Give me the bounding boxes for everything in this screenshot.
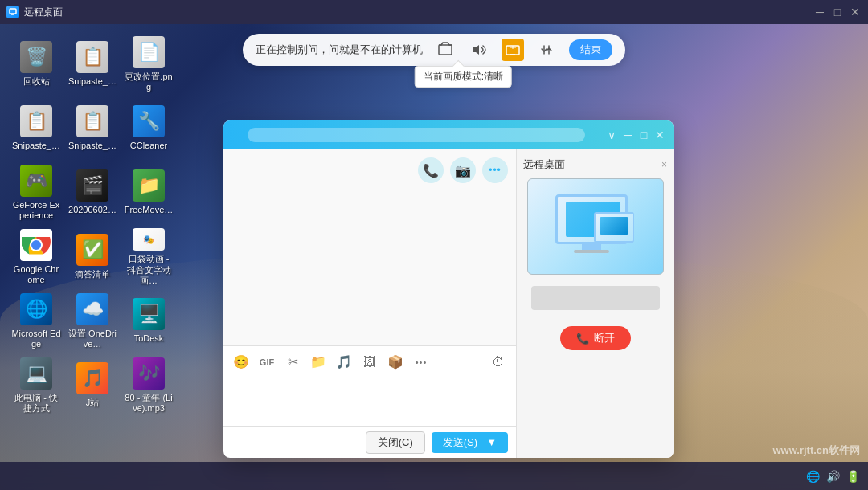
emoji-icon[interactable]: 😊	[230, 351, 252, 374]
chat-dropdown-btn[interactable]: ∨	[606, 129, 617, 141]
right-tab-label: 远程桌面	[523, 157, 565, 172]
blurred-remote-info	[531, 286, 660, 310]
title-bar-controls: ─ □ ✕	[813, 6, 862, 18]
remote-toolbar: 正在控制别问，问就是不在的计算机	[243, 34, 625, 66]
image-icon[interactable]: 🖼	[358, 351, 381, 374]
end-button[interactable]: 结束	[569, 39, 612, 60]
desktop-icon-freemove[interactable]: 📁 FreeMove…	[121, 161, 177, 225]
snipaste1-icon: 📋	[76, 41, 108, 73]
desktop-icon-video[interactable]: 🎬 20200602…	[64, 161, 121, 225]
desktop-icon-jzhan[interactable]: 🎵 J站	[64, 353, 121, 418]
app-icon	[6, 6, 19, 18]
more-tools-icon[interactable]	[535, 39, 558, 61]
network-icon: 🌐	[806, 470, 820, 483]
icon-row-2: 📋 Snipaste_… 📋 Snipaste_… 🔧 CCleaner	[8, 96, 177, 161]
disconnect-label: 断开	[594, 331, 615, 345]
send-arrow-icon[interactable]: ▼	[481, 436, 497, 448]
desktop-icon-edge[interactable]: 🌐 Microsoft Edge	[8, 289, 64, 353]
svg-rect-0	[10, 9, 16, 14]
pocket-label: 口袋动画 - 抖音文字动画…	[124, 254, 174, 286]
chat-minimize-btn[interactable]: ─	[622, 129, 633, 141]
thispc-icon: 💻	[20, 357, 52, 390]
gif-icon[interactable]: GIF	[256, 351, 278, 374]
close-chat-button[interactable]: 关闭(C)	[366, 431, 425, 454]
desktop-icon-thispc[interactable]: 💻 此电脑 - 快捷方式	[8, 353, 64, 418]
chat-window: ∨ ─ □ ✕ 📞 📷 ••• 😊 GIF	[223, 120, 674, 458]
video-icon: 🎬	[76, 169, 108, 202]
title-bar-text: 远程桌面	[24, 6, 813, 19]
ccleaner-label: CCleaner	[130, 141, 167, 151]
package-icon[interactable]: 📦	[384, 351, 407, 374]
geforce-icon: 🎮	[20, 165, 52, 197]
snipaste3-label: Snipaste_…	[68, 141, 117, 151]
chat-icons-row: 📞 📷 •••	[418, 157, 508, 183]
disconnect-button[interactable]: 📞 断开	[560, 326, 631, 350]
desktop-icon-snipaste2[interactable]: 📋 Snipaste_…	[8, 96, 64, 161]
music-label: 80 - 童年 (Live).mp3	[124, 393, 174, 414]
recycle-icon: 🗑️	[20, 41, 52, 73]
chat-input-area	[223, 378, 516, 426]
monitor-icon	[555, 194, 636, 259]
chat-main: 📞 📷 ••• 😊 GIF ✂ 📁 🎵 🖼 📦 ••• ⏱	[223, 149, 517, 458]
speaker-icon: 🔊	[826, 470, 840, 483]
desktop-icon-location[interactable]: 📄 更改位置.png	[121, 32, 177, 96]
quality-tooltip: 当前画质模式:清晰	[415, 66, 512, 88]
desktop-icon-snipaste3[interactable]: 📋 Snipaste_…	[64, 96, 121, 161]
more-tools-btn[interactable]: •••	[410, 351, 432, 374]
quality-icon[interactable]	[502, 39, 524, 61]
desktop-icon-music[interactable]: 🎶 80 - 童年 (Live).mp3	[121, 353, 177, 418]
chat-contact-area: 📞 📷 •••	[223, 149, 516, 345]
chat-titlebar: ∨ ─ □ ✕	[223, 120, 674, 149]
jzhan-icon: 🎵	[76, 362, 108, 394]
desktop-icon-chrome[interactable]: Google Chrome	[8, 225, 64, 289]
volume-icon[interactable]	[468, 39, 490, 61]
freemove-label: FreeMove…	[125, 205, 174, 215]
phone-icon-btn[interactable]: 📞	[418, 157, 444, 183]
remote-preview	[527, 178, 664, 275]
edge-icon: 🌐	[20, 293, 52, 325]
desktop-icon-manbag[interactable]: ✅ 滴答清单	[64, 225, 121, 289]
jzhan-label: J站	[86, 398, 100, 408]
todesk-icon: 🖥️	[133, 298, 165, 330]
send-button[interactable]: 发送(S) ▼	[432, 432, 508, 453]
maximize-button[interactable]: □	[831, 6, 844, 18]
chrome-label: Google Chrome	[11, 264, 61, 285]
toolbar-status-text: 正在控制别问，问就是不在的计算机	[256, 43, 423, 57]
message-input[interactable]	[231, 383, 508, 421]
video-icon-btn[interactable]: 📷	[450, 157, 476, 183]
desktop-icon-settings[interactable]: ☁️ 设置 OneDrive…	[64, 289, 121, 353]
send-label: 发送(S)	[443, 435, 477, 450]
chrome-icon	[20, 229, 52, 261]
chat-maximize-btn[interactable]: □	[638, 129, 649, 141]
close-button[interactable]: ✕	[849, 6, 862, 18]
manbag-icon: ✅	[76, 234, 108, 266]
desktop-icon-geforce[interactable]: 🎮 GeForce Experience	[8, 161, 64, 225]
folder-icon[interactable]: 📁	[307, 351, 330, 374]
manbag-label: 滴答清单	[75, 269, 110, 280]
recycle-label: 回收站	[23, 76, 50, 87]
snipaste3-icon: 📋	[76, 105, 108, 137]
icon-row-6: 💻 此电脑 - 快捷方式 🎵 J站 🎶 80 - 童年 (Live).mp3	[8, 353, 177, 418]
svg-rect-3	[439, 45, 452, 55]
screen-capture-icon[interactable]	[434, 39, 457, 61]
svg-point-13	[31, 240, 41, 250]
clock-icon[interactable]: ⏱	[487, 351, 510, 374]
location-icon: 📄	[133, 36, 165, 68]
minimize-button[interactable]: ─	[813, 6, 826, 18]
snipaste1-label: Snipaste_…	[68, 76, 117, 87]
settings-icon: ☁️	[76, 293, 108, 325]
icon-row-5: 🌐 Microsoft Edge ☁️ 设置 OneDrive… 🖥️ ToDe…	[8, 289, 177, 353]
chat-close-btn[interactable]: ✕	[654, 129, 665, 141]
title-bar: 远程桌面 ─ □ ✕	[0, 0, 868, 24]
battery-icon: 🔋	[846, 470, 860, 483]
desktop-icon-snipaste1[interactable]: 📋 Snipaste_…	[64, 32, 121, 96]
right-tab-close[interactable]: ×	[661, 159, 667, 170]
desktop-icon-pocket[interactable]: 🎭 口袋动画 - 抖音文字动画…	[121, 225, 177, 289]
more-icon-btn[interactable]: •••	[482, 157, 508, 183]
desktop-icon-todesk[interactable]: 🖥️ ToDesk	[121, 289, 177, 353]
desktop-icon-ccleaner[interactable]: 🔧 CCleaner	[121, 96, 177, 161]
icon-row-3: 🎮 GeForce Experience 🎬 20200602… 📁 FreeM…	[8, 161, 177, 225]
music-attach-icon[interactable]: 🎵	[333, 351, 355, 374]
desktop-icon-recycle[interactable]: 🗑️ 回收站	[8, 32, 64, 96]
scissors-icon[interactable]: ✂	[281, 351, 304, 374]
